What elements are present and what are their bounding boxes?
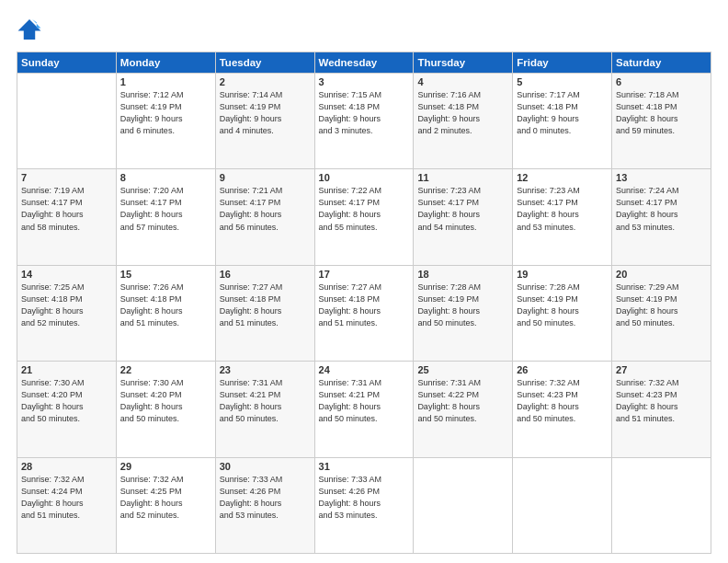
day-info: Sunrise: 7:24 AM Sunset: 4:17 PM Dayligh… xyxy=(616,185,707,233)
calendar-cell: 21Sunrise: 7:30 AM Sunset: 4:20 PM Dayli… xyxy=(17,362,117,457)
calendar-cell: 17Sunrise: 7:27 AM Sunset: 4:18 PM Dayli… xyxy=(314,265,414,361)
day-info: Sunrise: 7:32 AM Sunset: 4:23 PM Dayligh… xyxy=(616,377,707,425)
weekday-row: SundayMondayTuesdayWednesdayThursdayFrid… xyxy=(17,52,711,74)
calendar-cell: 18Sunrise: 7:28 AM Sunset: 4:19 PM Dayli… xyxy=(414,265,513,361)
day-info: Sunrise: 7:28 AM Sunset: 4:19 PM Dayligh… xyxy=(517,282,608,329)
day-number: 8 xyxy=(120,172,211,183)
day-info: Sunrise: 7:27 AM Sunset: 4:18 PM Dayligh… xyxy=(319,282,410,329)
calendar-cell: 6Sunrise: 7:18 AM Sunset: 4:18 PM Daylig… xyxy=(612,74,711,169)
day-number: 3 xyxy=(319,76,410,87)
day-info: Sunrise: 7:22 AM Sunset: 4:17 PM Dayligh… xyxy=(319,185,410,233)
day-number: 9 xyxy=(220,172,311,183)
day-info: Sunrise: 7:33 AM Sunset: 4:26 PM Dayligh… xyxy=(220,474,311,522)
page: SundayMondayTuesdayWednesdayThursdayFrid… xyxy=(0,0,728,563)
logo-icon xyxy=(17,17,42,42)
day-number: 14 xyxy=(21,269,112,280)
day-number: 28 xyxy=(21,461,112,472)
calendar-cell: 31Sunrise: 7:33 AM Sunset: 4:26 PM Dayli… xyxy=(314,457,414,553)
day-info: Sunrise: 7:32 AM Sunset: 4:25 PM Dayligh… xyxy=(120,474,211,522)
calendar-cell: 5Sunrise: 7:17 AM Sunset: 4:18 PM Daylig… xyxy=(513,74,612,169)
day-number: 16 xyxy=(220,269,311,280)
day-number: 25 xyxy=(417,364,508,375)
day-info: Sunrise: 7:29 AM Sunset: 4:19 PM Dayligh… xyxy=(616,282,707,329)
calendar-cell: 24Sunrise: 7:31 AM Sunset: 4:21 PM Dayli… xyxy=(314,362,414,457)
day-info: Sunrise: 7:33 AM Sunset: 4:26 PM Dayligh… xyxy=(319,474,410,522)
calendar-cell: 2Sunrise: 7:14 AM Sunset: 4:19 PM Daylig… xyxy=(215,74,314,169)
day-info: Sunrise: 7:19 AM Sunset: 4:17 PM Dayligh… xyxy=(21,185,112,233)
calendar-cell: 14Sunrise: 7:25 AM Sunset: 4:18 PM Dayli… xyxy=(17,265,117,361)
day-info: Sunrise: 7:25 AM Sunset: 4:18 PM Dayligh… xyxy=(21,282,112,329)
day-number: 5 xyxy=(517,76,608,87)
weekday-header-tuesday: Tuesday xyxy=(215,52,314,74)
day-number: 13 xyxy=(616,172,707,183)
day-info: Sunrise: 7:16 AM Sunset: 4:18 PM Dayligh… xyxy=(417,89,508,137)
header xyxy=(17,17,711,42)
weekday-header-saturday: Saturday xyxy=(612,52,711,74)
day-info: Sunrise: 7:26 AM Sunset: 4:18 PM Dayligh… xyxy=(120,282,211,329)
day-info: Sunrise: 7:21 AM Sunset: 4:17 PM Dayligh… xyxy=(220,185,311,233)
day-info: Sunrise: 7:23 AM Sunset: 4:17 PM Dayligh… xyxy=(417,185,508,233)
day-number: 29 xyxy=(120,461,211,472)
calendar-cell xyxy=(17,74,117,169)
day-info: Sunrise: 7:32 AM Sunset: 4:23 PM Dayligh… xyxy=(517,377,608,425)
day-number: 26 xyxy=(517,364,608,375)
day-number: 19 xyxy=(517,269,608,280)
calendar-cell: 10Sunrise: 7:22 AM Sunset: 4:17 PM Dayli… xyxy=(314,169,414,265)
day-number: 10 xyxy=(319,172,410,183)
day-info: Sunrise: 7:20 AM Sunset: 4:17 PM Dayligh… xyxy=(120,185,211,233)
day-info: Sunrise: 7:18 AM Sunset: 4:18 PM Dayligh… xyxy=(616,89,707,137)
calendar-cell xyxy=(612,457,711,553)
logo xyxy=(17,17,46,42)
calendar-cell: 25Sunrise: 7:31 AM Sunset: 4:22 PM Dayli… xyxy=(414,362,513,457)
calendar-cell xyxy=(513,457,612,553)
calendar-cell: 23Sunrise: 7:31 AM Sunset: 4:21 PM Dayli… xyxy=(215,362,314,457)
day-info: Sunrise: 7:32 AM Sunset: 4:24 PM Dayligh… xyxy=(21,474,112,522)
calendar-cell xyxy=(414,457,513,553)
calendar-cell: 1Sunrise: 7:12 AM Sunset: 4:19 PM Daylig… xyxy=(116,74,215,169)
day-number: 21 xyxy=(21,364,112,375)
calendar-cell: 29Sunrise: 7:32 AM Sunset: 4:25 PM Dayli… xyxy=(116,457,215,553)
calendar-cell: 8Sunrise: 7:20 AM Sunset: 4:17 PM Daylig… xyxy=(116,169,215,265)
day-info: Sunrise: 7:30 AM Sunset: 4:20 PM Dayligh… xyxy=(120,377,211,425)
day-info: Sunrise: 7:14 AM Sunset: 4:19 PM Dayligh… xyxy=(220,89,311,137)
calendar-cell: 3Sunrise: 7:15 AM Sunset: 4:18 PM Daylig… xyxy=(314,74,414,169)
day-number: 2 xyxy=(220,76,311,87)
calendar-week-3: 21Sunrise: 7:30 AM Sunset: 4:20 PM Dayli… xyxy=(17,362,711,457)
weekday-header-monday: Monday xyxy=(116,52,215,74)
day-number: 30 xyxy=(220,461,311,472)
day-number: 12 xyxy=(517,172,608,183)
day-number: 15 xyxy=(120,269,211,280)
calendar-cell: 19Sunrise: 7:28 AM Sunset: 4:19 PM Dayli… xyxy=(513,265,612,361)
calendar-cell: 22Sunrise: 7:30 AM Sunset: 4:20 PM Dayli… xyxy=(116,362,215,457)
calendar-table: SundayMondayTuesdayWednesdayThursdayFrid… xyxy=(17,52,711,554)
svg-marker-0 xyxy=(18,19,41,40)
day-number: 24 xyxy=(319,364,410,375)
calendar-cell: 12Sunrise: 7:23 AM Sunset: 4:17 PM Dayli… xyxy=(513,169,612,265)
day-info: Sunrise: 7:28 AM Sunset: 4:19 PM Dayligh… xyxy=(417,282,508,329)
day-number: 17 xyxy=(319,269,410,280)
day-info: Sunrise: 7:31 AM Sunset: 4:21 PM Dayligh… xyxy=(220,377,311,425)
day-number: 11 xyxy=(417,172,508,183)
day-info: Sunrise: 7:30 AM Sunset: 4:20 PM Dayligh… xyxy=(21,377,112,425)
calendar-week-4: 28Sunrise: 7:32 AM Sunset: 4:24 PM Dayli… xyxy=(17,457,711,553)
calendar-week-0: 1Sunrise: 7:12 AM Sunset: 4:19 PM Daylig… xyxy=(17,74,711,169)
day-info: Sunrise: 7:27 AM Sunset: 4:18 PM Dayligh… xyxy=(220,282,311,329)
day-number: 6 xyxy=(616,76,707,87)
day-number: 1 xyxy=(120,76,211,87)
calendar-cell: 15Sunrise: 7:26 AM Sunset: 4:18 PM Dayli… xyxy=(116,265,215,361)
calendar-cell: 11Sunrise: 7:23 AM Sunset: 4:17 PM Dayli… xyxy=(414,169,513,265)
calendar-body: 1Sunrise: 7:12 AM Sunset: 4:19 PM Daylig… xyxy=(17,74,711,554)
day-info: Sunrise: 7:12 AM Sunset: 4:19 PM Dayligh… xyxy=(120,89,211,137)
weekday-header-friday: Friday xyxy=(513,52,612,74)
calendar-cell: 13Sunrise: 7:24 AM Sunset: 4:17 PM Dayli… xyxy=(612,169,711,265)
weekday-header-thursday: Thursday xyxy=(414,52,513,74)
weekday-header-sunday: Sunday xyxy=(17,52,117,74)
calendar-cell: 9Sunrise: 7:21 AM Sunset: 4:17 PM Daylig… xyxy=(215,169,314,265)
calendar-cell: 7Sunrise: 7:19 AM Sunset: 4:17 PM Daylig… xyxy=(17,169,117,265)
day-info: Sunrise: 7:31 AM Sunset: 4:21 PM Dayligh… xyxy=(319,377,410,425)
calendar-week-2: 14Sunrise: 7:25 AM Sunset: 4:18 PM Dayli… xyxy=(17,265,711,361)
calendar-cell: 4Sunrise: 7:16 AM Sunset: 4:18 PM Daylig… xyxy=(414,74,513,169)
day-number: 7 xyxy=(21,172,112,183)
calendar-cell: 20Sunrise: 7:29 AM Sunset: 4:19 PM Dayli… xyxy=(612,265,711,361)
day-number: 27 xyxy=(616,364,707,375)
